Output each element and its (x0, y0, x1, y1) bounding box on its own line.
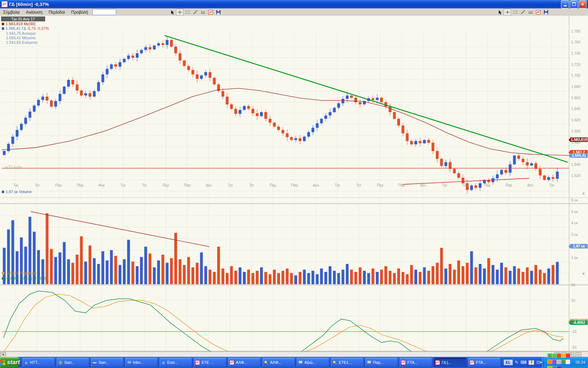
toolbar-left (168, 9, 222, 16)
x-axis-day-label: Τετ (463, 183, 468, 187)
minimize-button[interactable] (561, 0, 569, 8)
tray-icon-9[interactable] (561, 360, 566, 364)
app-icon (1, 1, 8, 7)
taskbar-button-label: Παρ... (373, 360, 384, 364)
application-window: ΓΔ [60min] -0,37% ✕ Σύμβολα Ανάλυση Περί… (0, 0, 588, 368)
taskbar-button-label: Sarr... (99, 360, 109, 364)
taskbar-button-label: ΓΔ [... (442, 360, 451, 364)
tray-icon-7[interactable] (552, 360, 556, 364)
tray-icon-3[interactable] (556, 353, 561, 358)
tray-icons (547, 353, 572, 368)
macd-legend: -4,4052 MACD(12,26,9) (2, 276, 47, 281)
dots-tool-icon[interactable] (527, 9, 534, 16)
menu-analysis[interactable]: Ανάλυση (23, 9, 46, 15)
taskbar-button[interactable]: eHTT... (22, 357, 55, 367)
taskbar-button[interactable]: ΑΛΦ... (228, 357, 261, 367)
taskbar-button-active[interactable]: ΓΔ [... (434, 357, 467, 367)
tray-icon-12[interactable] (552, 366, 556, 368)
tray-icon-4[interactable] (561, 353, 566, 358)
taskbar-button[interactable]: ✉Inbo... (125, 357, 158, 367)
price-axis-tick: 1.640 (571, 107, 580, 111)
chart-tool-icon[interactable] (534, 9, 542, 16)
taskbar-button-label: ΑΛΦ... (236, 360, 247, 364)
quote-swatch (2, 27, 4, 30)
tray-icon-11[interactable] (547, 366, 552, 368)
taskbar-button[interactable]: ETE ... (194, 357, 226, 367)
crosshair-tool-icon[interactable] (176, 9, 183, 16)
language-indicator[interactable]: EL (504, 360, 513, 365)
taskbar-button[interactable]: Παρ... (365, 357, 398, 367)
language-options-icon[interactable]: ⊡▾ (536, 360, 542, 365)
pointer-tool-icon[interactable] (168, 9, 176, 16)
crosshair-tool-icon[interactable] (504, 9, 511, 16)
taskbar-button[interactable]: eΕισε... (159, 357, 192, 367)
macd-axis-tick: 10 (571, 298, 575, 302)
tray-icon-1[interactable] (547, 353, 552, 358)
symbol-input[interactable] (92, 9, 116, 15)
save-tool-icon[interactable] (215, 9, 222, 16)
x-axis-day-label: Παρ (398, 183, 405, 187)
low-legend: 1.541,55 Ελάχιστο (6, 40, 37, 45)
dots-tool-icon[interactable] (199, 9, 206, 16)
clock[interactable]: 05:34 (575, 360, 585, 364)
volume-panel-close-icon[interactable]: x (582, 191, 584, 195)
volume-axis-tick: 3 εκ (571, 232, 578, 237)
help-icon[interactable]: ? (528, 360, 534, 365)
x-axis-day-label: Δευ (527, 183, 533, 187)
window-title: ΓΔ [60min] -0,37% (9, 2, 49, 7)
x-axis-day-label: Δευ (420, 183, 426, 187)
keyboard-icon[interactable]: ⌨ (520, 360, 526, 365)
price-axis-tick: 1.720 (571, 62, 580, 67)
start-label: start (7, 359, 20, 366)
pen-icon[interactable]: ✎ (515, 360, 518, 365)
menu-view[interactable]: Προβολή (68, 9, 91, 15)
x-axis-day-label: Αυγ (98, 183, 105, 187)
tray-icon-10[interactable] (566, 360, 570, 364)
watermark: aTrade (5, 164, 22, 170)
title-bar[interactable]: ΓΔ [60min] -0,37% ✕ (0, 0, 588, 8)
trigger-swatch (2, 272, 4, 274)
line-tool-icon[interactable] (519, 9, 526, 16)
save-tool-icon[interactable] (542, 9, 550, 16)
taskbar: start eHTT...Sarr...Sarr...✉Inbo...eΕισε… (0, 357, 588, 368)
cursor-date-tag: Τρι 31 Αυγ 17 (1, 16, 45, 21)
ma-swatch (2, 23, 4, 25)
macd-axis-tick: -10 (571, 329, 576, 334)
tray-icon-2[interactable] (552, 353, 556, 358)
line-tool-icon[interactable] (191, 9, 199, 16)
ma-price-tag: 1.583,819 (570, 137, 588, 142)
taskbar-button[interactable]: FTA... (468, 357, 501, 367)
menu-symbols[interactable]: Σύμβολα (0, 9, 23, 15)
taskbar-button[interactable]: Sarr... (56, 357, 89, 367)
price-axis-tick: 1.680 (571, 84, 580, 89)
chart-tool-icon[interactable] (207, 9, 214, 16)
price-axis-tick: 1.780 (571, 29, 580, 33)
close-button[interactable]: ✕ (579, 0, 587, 8)
start-button[interactable]: start (0, 357, 20, 368)
tray-icon-8[interactable] (556, 360, 561, 364)
region-tool-icon[interactable] (184, 9, 191, 16)
chart-icon (435, 360, 440, 365)
taskbar-button[interactable]: Αξιώ... (296, 357, 329, 367)
tray-icon-13[interactable] (556, 366, 561, 368)
x-axis-day-label: Πεμ (55, 183, 62, 187)
menu-periods[interactable]: Περίοδοι (46, 9, 68, 15)
restore-button[interactable] (570, 0, 578, 8)
taskbar-button[interactable]: ΕΤΕ1... (331, 357, 364, 367)
pointer-tool-icon[interactable] (496, 9, 503, 16)
taskbar-button[interactable]: Sarr... (91, 357, 124, 367)
price-axis-tick: 1.660 (571, 96, 580, 100)
taskbar-button-label: ΕΤΕ1... (339, 360, 352, 364)
tray-icon-5[interactable] (566, 353, 570, 358)
x-axis-day-label: Πεμ (484, 183, 490, 187)
scrollbar[interactable]: ◄ ► − + ↔ (0, 352, 588, 357)
macd-panel-close-icon[interactable]: x (582, 271, 584, 275)
x-axis-day-label: Παρ (184, 183, 191, 187)
volume-legend: 1,97 εκ Volume (2, 190, 32, 194)
x-axis-day-label: Πεμ (377, 183, 383, 187)
region-tool-icon[interactable] (511, 9, 519, 16)
taskbar-button[interactable]: FTA... (399, 357, 432, 367)
tray-icon-6[interactable] (547, 360, 552, 364)
taskbar-button[interactable]: ΑΛΦ... (262, 357, 295, 367)
taskbar-button-label: Αξιώ... (304, 360, 316, 364)
